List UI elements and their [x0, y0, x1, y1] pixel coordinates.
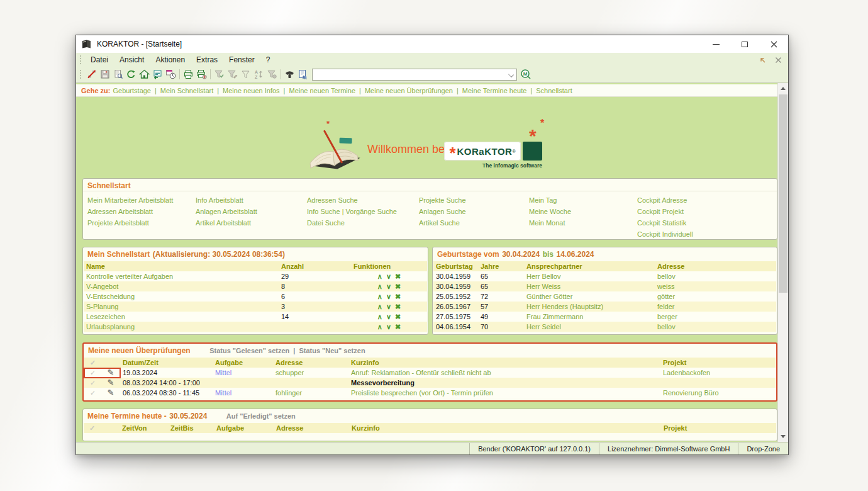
link-adressen-suche[interactable]: Adressen Suche	[307, 195, 419, 206]
mdi-close-icon[interactable]	[775, 57, 782, 64]
maximize-button[interactable]	[730, 35, 759, 53]
goto-link-neue-termine[interactable]: Meine neuen Termine	[289, 87, 364, 94]
link-artikel-suche[interactable]: Artikel Suche	[419, 217, 529, 229]
phone-icon[interactable]	[283, 68, 296, 81]
link-artikel-arbeitsblatt[interactable]: Artikel Arbeitsblatt	[196, 217, 307, 229]
cell-name[interactable]: V-Entscheidung	[84, 291, 279, 302]
cell-adresse[interactable]: bellov	[655, 271, 776, 281]
link-adressen-arbeitsblatt[interactable]: Adressen Arbeitsblatt	[87, 206, 196, 217]
delete-icon[interactable]: ✖	[395, 293, 401, 300]
contacts-icon[interactable]	[296, 68, 309, 81]
goto-link-geburtstage[interactable]: Geburtstage	[113, 87, 160, 94]
link-mein-monat[interactable]: Mein Monat	[529, 217, 637, 229]
link-info-vorgaenge-suche[interactable]: Info Suche | Vorgänge Suche	[307, 206, 419, 217]
delete-icon[interactable]: ✖	[395, 323, 401, 330]
link-datei-suche[interactable]: Datei Suche	[307, 217, 419, 229]
filter-check-icon[interactable]	[213, 68, 226, 81]
cell-kurzinfo[interactable]: Messevorbereitung	[348, 378, 660, 388]
cell-name[interactable]: Lesezeichen	[84, 312, 279, 322]
menu-extras[interactable]: Extras	[191, 53, 223, 67]
goto-link-termine-heute[interactable]: Meine Termine heute	[462, 87, 536, 94]
pencil-icon[interactable]: ✎	[101, 388, 120, 398]
window-clock-icon[interactable]	[164, 68, 177, 81]
table-row[interactable]: 04.06.1954 70 Herr Seidel bellov	[433, 322, 776, 332]
menu-ansicht[interactable]: Ansicht	[114, 53, 150, 67]
move-down-icon[interactable]: ∨	[386, 283, 391, 290]
link-cockpit-projekt[interactable]: Cockpit Projekt	[637, 206, 777, 217]
action-status-neu[interactable]: Status "Neu" setzen	[299, 347, 365, 354]
scroll-down-button[interactable]	[778, 431, 788, 442]
action-status-gelesen[interactable]: Status "Gelesen" setzen	[209, 347, 299, 354]
minimize-button[interactable]	[701, 35, 730, 53]
menu-hilfe[interactable]: ?	[260, 53, 276, 67]
link-cockpit-individuell[interactable]: Cockpit Individuell	[637, 229, 777, 240]
cell-name[interactable]: V-Angebot	[84, 281, 279, 291]
move-up-icon[interactable]: ∧	[377, 323, 382, 330]
cell-kurzinfo[interactable]: Preisliste besprechen (vor Ort) - Termin…	[348, 388, 660, 398]
scroll-up-button[interactable]	[778, 83, 788, 94]
link-projekte-suche[interactable]: Projekte Suche	[419, 195, 529, 206]
cell-aufgabe[interactable]: Mittel	[213, 388, 273, 398]
table-row[interactable]: S-Planung 3 ∧∨✖	[84, 302, 427, 312]
goto-link-neue-ueberpruefungen[interactable]: Meine neuen Überprüfungen	[365, 87, 462, 94]
cell-ansprechpartner[interactable]: Herr Seidel	[524, 322, 655, 332]
move-down-icon[interactable]: ∨	[386, 273, 391, 280]
cell-adresse[interactable]: götter	[655, 291, 776, 302]
print-icon[interactable]	[182, 68, 195, 81]
cell-adresse[interactable]: schupper	[273, 368, 348, 378]
action-erledigt-setzen[interactable]: Auf "Erledigt" setzen	[226, 412, 296, 420]
close-button[interactable]	[759, 35, 788, 53]
cell-adresse[interactable]: fohlinger	[273, 388, 348, 398]
link-anlagen-arbeitsblatt[interactable]: Anlagen Arbeitsblatt	[196, 206, 307, 217]
goto-link-mein-schnellstart[interactable]: Mein Schnellstart	[160, 87, 223, 94]
table-row[interactable]: ✓ ✎ 08.03.2024 14:00 - 17:00 Messevorber…	[84, 378, 776, 388]
table-row[interactable]: V-Angebot 8 ∧∨✖	[84, 281, 427, 291]
filter-icon[interactable]	[239, 68, 252, 81]
sort-az-icon[interactable]: AZ	[252, 68, 265, 81]
delete-icon[interactable]: ✖	[395, 313, 401, 320]
table-row[interactable]: ✓ ✎ 06.03.2024 08:30 - 11:45 Mittel fohl…	[84, 388, 776, 398]
table-row[interactable]: ✓ ✎ 19.03.2024 Mittel schupper Anruf: Re…	[84, 368, 776, 378]
note-back-icon[interactable]	[151, 68, 164, 81]
cell-ansprechpartner[interactable]: Herr Henders (Hauptsitz)	[524, 302, 655, 312]
cell-adresse[interactable]: bellov	[655, 322, 776, 332]
cell-adresse[interactable]: weiss	[655, 281, 776, 291]
delete-icon[interactable]: ✖	[395, 273, 401, 280]
status-drop-zone[interactable]: Drop-Zone	[738, 443, 788, 454]
move-up-icon[interactable]: ∧	[377, 303, 382, 310]
cell-adresse[interactable]: felder	[655, 302, 776, 312]
link-mein-tag[interactable]: Mein Tag	[529, 195, 637, 206]
cell-aufgabe[interactable]: Mittel	[213, 368, 273, 378]
menu-aktionen[interactable]: Aktionen	[150, 53, 191, 67]
cell-name[interactable]: S-Planung	[84, 302, 279, 312]
table-row[interactable]: 30.04.1959 65 Herr Bellov bellov	[433, 271, 776, 281]
link-meine-woche[interactable]: Meine Woche	[529, 206, 637, 217]
cell-kurzinfo[interactable]: Anruf: Reklamation - Ofentür schließt ni…	[348, 368, 660, 378]
vertical-scrollbar[interactable]	[777, 83, 788, 442]
table-row[interactable]: Kontrolle verteilter Aufgaben 29 ∧∨✖	[84, 271, 427, 281]
table-row[interactable]: Lesezeichen 14 ∧∨✖	[84, 312, 427, 322]
cell-ansprechpartner[interactable]: Herr Weiss	[524, 281, 655, 291]
cell-ansprechpartner[interactable]: Herr Bellov	[524, 271, 655, 281]
delete-icon[interactable]: ✖	[395, 303, 401, 310]
check-icon[interactable]: ✓	[84, 378, 101, 388]
refresh-icon[interactable]	[125, 68, 138, 81]
menu-datei[interactable]: Datei	[85, 53, 114, 67]
cell-ansprechpartner[interactable]: Günther Götter	[524, 291, 655, 302]
search-input[interactable]	[312, 69, 517, 81]
filter-edit-icon[interactable]	[226, 68, 239, 81]
menu-fenster[interactable]: Fenster	[223, 53, 260, 67]
save-icon[interactable]	[98, 68, 111, 81]
move-up-icon[interactable]: ∧	[377, 273, 382, 280]
search-m-icon[interactable]: M	[519, 68, 532, 81]
link-info-arbeitsblatt[interactable]: Info Arbeitsblatt	[196, 195, 307, 206]
link-mein-mitarbeiter-arbeitsblatt[interactable]: Mein Mitarbeiter Arbeitsblatt	[87, 195, 196, 206]
delete-icon[interactable]: ✖	[395, 283, 401, 290]
pencil-icon[interactable]: ✎	[101, 378, 120, 388]
print-remote-icon[interactable]	[195, 68, 208, 81]
cell-name[interactable]: Kontrolle verteilter Aufgaben	[84, 271, 279, 281]
mdi-restore-icon[interactable]	[759, 56, 766, 64]
preview-icon[interactable]	[111, 68, 125, 81]
scrollbar-thumb[interactable]	[779, 94, 787, 293]
move-down-icon[interactable]: ∨	[386, 313, 391, 320]
